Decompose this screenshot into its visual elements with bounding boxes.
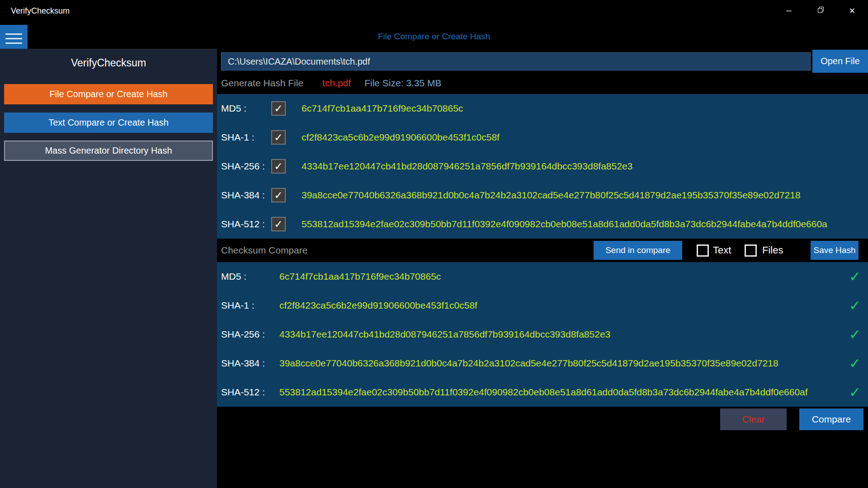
minimize-icon: ─ <box>786 7 791 15</box>
compare-toolbar: Checksum Compare Send in compare Text Fi… <box>217 239 868 262</box>
files-checkbox[interactable] <box>745 244 757 257</box>
hash-algorithm-label: SHA-1 : <box>221 300 279 311</box>
compare-section-title: Checksum Compare <box>221 239 307 262</box>
hash-algorithm-label: SHA-256 : <box>221 329 279 340</box>
sha256-hash-value: 4334b17ee120447cb41bd28d087946251a7856df… <box>302 161 632 172</box>
generate-row-sha256: SHA-256 : ✓ 4334b17ee120447cb41bd28d0879… <box>217 152 868 181</box>
sha384-compare-value: 39a8cce0e77040b6326a368b921d0b0c4a7b24b2… <box>279 358 844 369</box>
sha384-checkbox[interactable]: ✓ <box>271 188 286 202</box>
check-icon: ✓ <box>274 103 283 114</box>
text-checkbox[interactable] <box>697 244 709 257</box>
generate-file-name: tch.pdf <box>322 78 351 89</box>
generate-row-sha384: SHA-384 : ✓ 39a8cce0e77040b6326a368b921d… <box>217 181 868 210</box>
sha1-checkbox[interactable]: ✓ <box>271 130 286 145</box>
close-icon: × <box>849 5 855 17</box>
match-check-icon: ✓ <box>844 357 865 371</box>
compare-row-sha256: SHA-256 : 4334b17ee120447cb41bd28d087946… <box>217 320 868 349</box>
generate-file-size: File Size: 3.35 MB <box>364 78 441 89</box>
compare-hash-panel: MD5 : 6c714f7cb1aa417b716f9ec34b70865c ✓… <box>217 262 868 407</box>
check-icon: ✓ <box>274 161 283 172</box>
open-file-button[interactable]: Open File <box>812 50 868 73</box>
main-content: Open File Generate Hash File tch.pdf Fil… <box>217 49 868 488</box>
hamburger-menu-button[interactable] <box>0 25 28 49</box>
generate-info-bar: Generate Hash File tch.pdf File Size: 3.… <box>221 72 442 94</box>
file-path-input[interactable] <box>221 52 811 70</box>
sha1-hash-value: cf2f8423ca5c6b2e99d91906600be453f1c0c58f <box>302 132 500 143</box>
md5-checkbox[interactable]: ✓ <box>271 101 286 116</box>
sha512-compare-value: 553812ad15394e2fae02c309b50bb7d11f0392e4… <box>279 387 844 398</box>
generate-section-title: Generate Hash File <box>221 78 303 89</box>
hash-algorithm-label: SHA-512 : <box>221 387 279 398</box>
md5-compare-value: 6c714f7cb1aa417b716f9ec34b70865c <box>279 271 844 282</box>
match-check-icon: ✓ <box>844 385 865 399</box>
hash-algorithm-label: MD5 : <box>221 103 271 114</box>
generate-hash-panel: MD5 : ✓ 6c714f7cb1aa417b716f9ec34b70865c… <box>217 94 868 239</box>
restore-icon <box>818 8 823 14</box>
match-check-icon: ✓ <box>844 299 865 313</box>
hash-algorithm-label: SHA-384 : <box>221 190 271 201</box>
sidebar-item-mass-generator[interactable]: Mass Generator Directory Hash <box>4 141 213 161</box>
sidebar-item-file-compare[interactable]: File Compare or Create Hash <box>4 84 213 104</box>
hash-algorithm-label: SHA-1 : <box>221 132 271 143</box>
send-in-compare-button[interactable]: Send in compare <box>594 241 682 260</box>
sha1-compare-value: cf2f8423ca5c6b2e99d91906600be453f1c0c58f <box>279 300 844 311</box>
check-icon: ✓ <box>274 219 283 230</box>
hash-algorithm-label: SHA-256 : <box>221 161 271 172</box>
window-title: VerifyChecksum <box>11 0 70 22</box>
compare-row-sha512: SHA-512 : 553812ad15394e2fae02c309b50bb7… <box>217 378 868 407</box>
hash-algorithm-label: SHA-384 : <box>221 358 279 369</box>
match-check-icon: ✓ <box>844 328 865 342</box>
generate-row-sha512: SHA-512 : ✓ 553812ad15394e2fae02c309b50b… <box>217 210 868 239</box>
sidebar-app-title: VerifyChecksum <box>0 57 217 69</box>
sha256-checkbox[interactable]: ✓ <box>271 159 286 174</box>
match-check-icon: ✓ <box>844 270 865 284</box>
save-hash-button[interactable]: Save Hash <box>811 241 859 260</box>
generate-row-md5: MD5 : ✓ 6c714f7cb1aa417b716f9ec34b70865c <box>217 94 868 123</box>
window-controls: ─ × <box>773 0 868 22</box>
clear-button[interactable]: Clear <box>720 408 787 430</box>
hash-algorithm-label: SHA-512 : <box>221 219 271 230</box>
close-button[interactable]: × <box>836 0 868 22</box>
minimize-button[interactable]: ─ <box>773 0 805 22</box>
hamburger-icon <box>5 33 22 35</box>
check-icon: ✓ <box>274 190 283 201</box>
sidebar-item-text-compare[interactable]: Text Compare or Create Hash <box>4 113 213 133</box>
text-checkbox-label: Text <box>713 239 731 262</box>
page-title: File Compare or Create Hash <box>0 32 868 42</box>
md5-hash-value: 6c714f7cb1aa417b716f9ec34b70865c <box>302 103 463 114</box>
sidebar: VerifyChecksum File Compare or Create Ha… <box>0 49 217 488</box>
check-icon: ✓ <box>274 132 283 143</box>
generate-row-sha1: SHA-1 : ✓ cf2f8423ca5c6b2e99d91906600be4… <box>217 123 868 152</box>
sha384-hash-value: 39a8cce0e77040b6326a368b921d0b0c4a7b24b2… <box>302 190 801 201</box>
sha512-checkbox[interactable]: ✓ <box>271 217 286 231</box>
compare-row-sha384: SHA-384 : 39a8cce0e77040b6326a368b921d0b… <box>217 349 868 378</box>
compare-button[interactable]: Compare <box>799 408 863 430</box>
compare-row-sha1: SHA-1 : cf2f8423ca5c6b2e99d91906600be453… <box>217 291 868 320</box>
compare-row-md5: MD5 : 6c714f7cb1aa417b716f9ec34b70865c ✓ <box>217 262 868 291</box>
verifychecksum-window: VerifyChecksum ─ × File Compare or Creat… <box>0 0 868 488</box>
sha512-hash-value: 553812ad15394e2fae02c309b50bb7d11f0392e4… <box>302 219 827 230</box>
sha256-compare-value: 4334b17ee120447cb41bd28d087946251a7856df… <box>279 329 844 340</box>
files-checkbox-label: Files <box>762 239 783 262</box>
maximize-restore-button[interactable] <box>805 0 836 22</box>
titlebar: VerifyChecksum ─ × <box>0 0 868 22</box>
hash-algorithm-label: MD5 : <box>221 271 279 282</box>
